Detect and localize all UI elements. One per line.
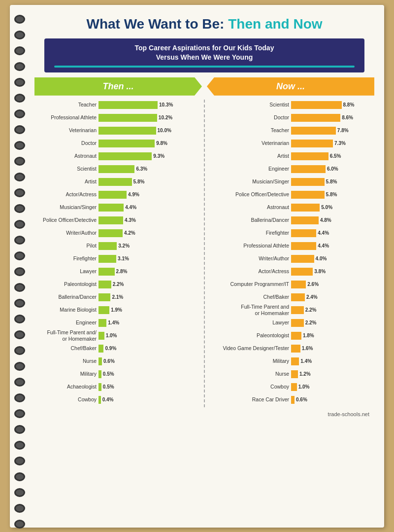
then-label: Chef/Baker bbox=[34, 345, 98, 352]
then-bar bbox=[98, 396, 101, 404]
then-bar bbox=[98, 127, 156, 135]
then-value: 1.4% bbox=[108, 320, 119, 325]
now-label: Ballerina/Dancer bbox=[212, 217, 291, 223]
then-bar-container: 5.8% bbox=[98, 178, 197, 186]
then-bar bbox=[98, 255, 116, 263]
now-value: 1.2% bbox=[299, 371, 311, 377]
now-value: 2.4% bbox=[306, 294, 318, 300]
now-bar bbox=[291, 319, 304, 327]
now-bar bbox=[291, 140, 333, 147]
then-value: 0.6% bbox=[103, 358, 115, 364]
then-label: Marine Biologist bbox=[34, 307, 98, 313]
now-value: 2.2% bbox=[305, 320, 317, 325]
then-bar bbox=[98, 268, 115, 276]
now-row: Race Car Driver0.6% bbox=[212, 394, 374, 405]
then-bar-container: 1.9% bbox=[98, 306, 197, 314]
now-bar bbox=[291, 268, 313, 276]
now-value: 2.6% bbox=[307, 282, 319, 287]
now-bar-container: 5.8% bbox=[291, 191, 374, 199]
now-bar bbox=[291, 114, 340, 122]
then-label: Engineer bbox=[34, 319, 98, 326]
now-bar-container: 1.6% bbox=[291, 345, 374, 353]
now-label: Firefighter bbox=[212, 230, 291, 236]
then-bar-container: 6.3% bbox=[98, 165, 197, 173]
then-bar-container: 2.8% bbox=[98, 268, 197, 276]
now-bar-container: 1.2% bbox=[291, 370, 374, 378]
now-bar-container: 8.8% bbox=[291, 101, 374, 109]
spiral-binding bbox=[10, 5, 30, 528]
then-row: Actor/Actress4.9% bbox=[34, 189, 197, 200]
now-bar-container: 2.2% bbox=[291, 306, 374, 314]
then-value: 0.5% bbox=[103, 384, 114, 390]
now-value: 7.3% bbox=[334, 141, 346, 146]
now-value: 1.0% bbox=[298, 384, 310, 390]
now-row: Scientist8.8% bbox=[212, 100, 374, 110]
then-row: Writer/Author4.2% bbox=[34, 228, 197, 239]
now-bar bbox=[291, 152, 328, 160]
then-value: 0.4% bbox=[102, 397, 114, 402]
now-value: 5.8% bbox=[326, 179, 337, 184]
then-value: 2.1% bbox=[112, 294, 123, 300]
page-title: What We Want to Be: Then and Now bbox=[34, 10, 374, 35]
then-bar bbox=[98, 101, 158, 109]
now-label: Video Game Designer/Tester bbox=[212, 345, 291, 352]
then-column: Teacher10.3%Professional Athlete10.2%Vet… bbox=[34, 100, 197, 407]
now-row: Actor/Actress3.8% bbox=[212, 266, 374, 277]
now-bar bbox=[291, 332, 301, 340]
then-value: 4.9% bbox=[128, 192, 139, 197]
now-bar bbox=[291, 383, 297, 391]
then-row: Military0.5% bbox=[34, 369, 197, 380]
now-bar bbox=[291, 204, 320, 212]
now-value: 8.6% bbox=[342, 115, 353, 120]
then-value: 2.8% bbox=[116, 269, 128, 274]
now-bar bbox=[291, 306, 304, 314]
then-label: Firefighter bbox=[34, 255, 98, 262]
then-value: 10.0% bbox=[158, 128, 171, 133]
now-label: Veterinarian bbox=[212, 140, 291, 146]
then-bar bbox=[98, 242, 117, 250]
then-label: Paleontologist bbox=[34, 281, 98, 287]
then-label: Nurse bbox=[34, 358, 98, 364]
then-bar-container: 0.6% bbox=[98, 357, 197, 365]
then-bar bbox=[98, 281, 111, 288]
now-bar-container: 5.8% bbox=[291, 178, 374, 186]
now-row: Paleontologist1.8% bbox=[212, 330, 374, 341]
now-bar bbox=[291, 370, 298, 378]
then-bar-container: 9.8% bbox=[98, 140, 197, 147]
then-value: 5.8% bbox=[133, 179, 145, 184]
now-bar-container: 1.8% bbox=[291, 332, 374, 340]
then-row: Professional Athlete10.2% bbox=[34, 112, 197, 123]
now-bar bbox=[291, 345, 300, 353]
then-label: Artist bbox=[34, 178, 98, 185]
now-bar bbox=[291, 191, 325, 199]
then-label: Pilot bbox=[34, 243, 98, 249]
now-bar bbox=[291, 281, 306, 288]
now-row: Cowboy1.0% bbox=[212, 382, 374, 392]
now-column: Scientist8.8%Doctor8.6%Teacher7.8%Veteri… bbox=[212, 100, 374, 407]
now-label: Military bbox=[212, 358, 291, 364]
then-bar bbox=[98, 191, 127, 199]
now-label: Astronaut bbox=[212, 204, 291, 211]
then-bar-container: 2.1% bbox=[98, 293, 197, 301]
data-section: Teacher10.3%Professional Athlete10.2%Vet… bbox=[34, 100, 374, 407]
now-label: Full-Time Parent and or Homemaker bbox=[212, 304, 291, 316]
then-bar bbox=[98, 165, 134, 173]
now-label: Lawyer bbox=[212, 319, 291, 326]
now-label: Nurse bbox=[212, 371, 291, 377]
then-value: 9.8% bbox=[156, 141, 167, 146]
now-row: Nurse1.2% bbox=[212, 369, 374, 380]
now-bar-container: 6.0% bbox=[291, 165, 374, 173]
then-row: Firefighter3.1% bbox=[34, 253, 197, 264]
then-bar-container: 3.2% bbox=[98, 242, 197, 250]
then-bar bbox=[98, 293, 110, 301]
now-label: Actor/Actress bbox=[212, 268, 291, 275]
now-label: Scientist bbox=[212, 102, 291, 108]
then-value: 2.2% bbox=[113, 282, 124, 287]
now-value: 4.4% bbox=[318, 230, 329, 236]
then-label: Full-Time Parent and/ or Homemaker bbox=[34, 329, 98, 342]
then-bar-container: 10.2% bbox=[98, 114, 197, 122]
now-bar-container: 6.5% bbox=[291, 152, 374, 160]
now-label: Chef/Baker bbox=[212, 294, 291, 300]
notebook: What We Want to Be: Then and Now Top Car… bbox=[10, 5, 384, 528]
now-bar-container: 2.4% bbox=[291, 293, 374, 301]
